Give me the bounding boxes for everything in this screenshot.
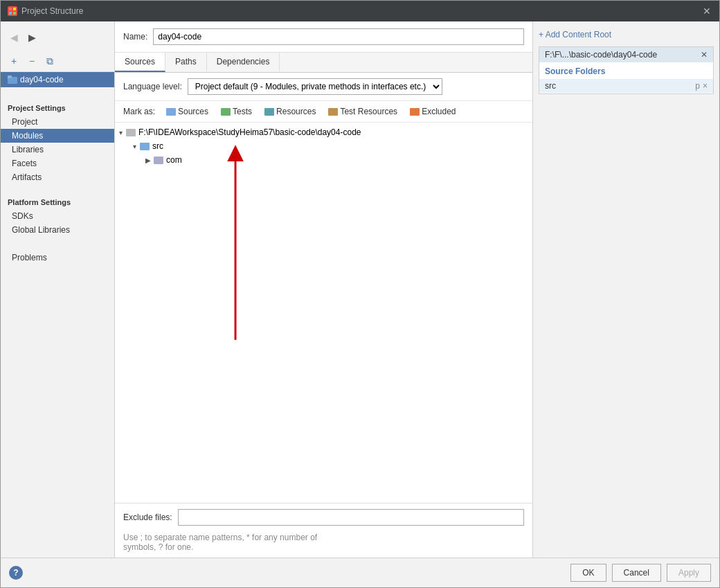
tree-src-name: src xyxy=(152,141,163,151)
sidebar: ◀ ▶ + − ⧉ day04-code Project Settings Pr… xyxy=(1,21,115,558)
exclude-input[interactable] xyxy=(178,509,524,526)
mark-test-resources-button[interactable]: Test Resources xyxy=(324,105,402,118)
name-input[interactable] xyxy=(153,28,524,45)
copy-module-button[interactable]: ⧉ xyxy=(42,53,57,69)
svg-rect-2 xyxy=(9,12,12,15)
platform-settings-label: Platform Settings xyxy=(1,193,114,209)
mark-resources-button[interactable]: Resources xyxy=(260,105,320,118)
module-item[interactable]: day04-code xyxy=(1,72,114,87)
title-bar-left: Project Structure xyxy=(8,6,83,16)
tree-src-expand[interactable]: ▾ xyxy=(129,141,140,152)
sidebar-item-libraries[interactable]: Libraries xyxy=(1,143,114,157)
tree-com-name: com xyxy=(166,155,182,165)
help-button[interactable]: ? xyxy=(9,566,23,580)
cancel-button[interactable]: Cancel xyxy=(612,564,661,582)
source-folder-name: src xyxy=(545,81,556,91)
tree-root-path: F:\F\IDEAWorkspace\StudyHeima57\basic-co… xyxy=(138,127,361,137)
close-button[interactable]: ✕ xyxy=(701,6,712,17)
tree-container: ▾ F:\F\IDEAWorkspace\StudyHeima57\basic-… xyxy=(115,123,532,503)
svg-rect-1 xyxy=(13,8,16,10)
remove-module-button[interactable]: − xyxy=(24,53,39,69)
excluded-folder-icon xyxy=(410,108,420,116)
source-folder-item: src p × xyxy=(539,79,713,93)
content-root-close-button[interactable]: ✕ xyxy=(701,50,708,60)
sidebar-item-facets[interactable]: Facets xyxy=(1,157,114,170)
module-name: day04-code xyxy=(20,75,64,84)
tree-root-item[interactable]: ▾ F:\F\IDEAWorkspace\StudyHeima57\basic-… xyxy=(115,125,532,139)
tab-dependencies[interactable]: Dependencies xyxy=(207,53,280,72)
language-row: Language level: Project default (9 - Mod… xyxy=(115,73,532,101)
svg-rect-0 xyxy=(9,8,12,10)
exclude-row: Exclude files: xyxy=(115,503,532,531)
mark-as-row: Mark as: Sources Tests Resources Test Re… xyxy=(115,101,532,123)
mark-tests-button[interactable]: Tests xyxy=(217,105,256,118)
nav-buttons: ◀ ▶ xyxy=(1,27,114,51)
tabs-row: Sources Paths Dependencies xyxy=(115,53,532,73)
tree-root-expand[interactable]: ▾ xyxy=(115,127,126,138)
add-content-root-button[interactable]: + Add Content Root xyxy=(539,27,714,42)
mark-excluded-button[interactable]: Excluded xyxy=(406,105,460,118)
root-folder-icon xyxy=(126,129,136,136)
annotation-arrow xyxy=(115,123,532,503)
sources-folder-icon xyxy=(166,108,176,116)
title-bar: Project Structure ✕ xyxy=(1,1,719,21)
forward-button[interactable]: ▶ xyxy=(24,30,39,45)
back-button[interactable]: ◀ xyxy=(6,30,21,45)
tests-folder-icon xyxy=(221,108,231,116)
app-icon xyxy=(8,6,17,16)
content-root-box: F:\F\...\basic-code\day04-code ✕ Source … xyxy=(539,46,714,94)
tree-src-item[interactable]: ▾ src xyxy=(115,139,532,153)
right-panel: + Add Content Root F:\F\...\basic-code\d… xyxy=(532,21,719,558)
source-folder-remove-action[interactable]: × xyxy=(703,81,708,91)
add-module-button[interactable]: + xyxy=(6,53,21,69)
tree-com-item[interactable]: ▶ com xyxy=(115,153,532,167)
sidebar-item-project[interactable]: Project xyxy=(1,115,114,129)
mark-as-label: Mark as: xyxy=(123,107,155,116)
name-row: Name: xyxy=(115,21,532,53)
sidebar-item-problems[interactable]: Problems xyxy=(1,251,114,265)
bottom-bar: ? OK Cancel Apply xyxy=(1,558,719,587)
exclude-label: Exclude files: xyxy=(123,513,172,522)
com-folder-icon xyxy=(154,157,163,164)
ok-button[interactable]: OK xyxy=(570,564,606,582)
tab-sources[interactable]: Sources xyxy=(115,53,165,72)
svg-rect-5 xyxy=(8,75,12,78)
sidebar-item-sdks[interactable]: SDKs xyxy=(1,209,114,223)
module-toolbar: + − ⧉ xyxy=(1,51,114,72)
window-title: Project Structure xyxy=(21,6,83,16)
source-folders-label: Source Folders xyxy=(539,62,713,79)
svg-rect-3 xyxy=(13,12,16,15)
content-root-header: F:\F\...\basic-code\day04-code ✕ xyxy=(539,47,713,62)
language-label: Language level: xyxy=(123,82,182,91)
main-content: ◀ ▶ + − ⧉ day04-code Project Settings Pr… xyxy=(1,21,719,558)
tab-paths[interactable]: Paths xyxy=(165,53,207,72)
mark-sources-button[interactable]: Sources xyxy=(162,105,213,118)
exclude-hint: Use ; to separate name patterns, * for a… xyxy=(115,531,532,558)
test-resources-folder-icon xyxy=(328,108,338,116)
sidebar-item-artifacts[interactable]: Artifacts xyxy=(1,170,114,184)
apply-button[interactable]: Apply xyxy=(667,564,711,582)
sidebar-item-global-libraries[interactable]: Global Libraries xyxy=(1,223,114,237)
source-folder-actions: p × xyxy=(695,81,708,91)
src-folder-icon xyxy=(140,143,150,150)
sidebar-item-modules[interactable]: Modules xyxy=(1,129,114,143)
project-settings-label: Project Settings xyxy=(1,98,114,115)
source-folder-p-action[interactable]: p xyxy=(695,81,700,91)
tree-com-expand[interactable]: ▶ xyxy=(143,154,154,166)
resources-folder-icon xyxy=(264,108,274,116)
center-panel: Name: Sources Paths Dependencies Languag… xyxy=(115,21,532,558)
name-label: Name: xyxy=(123,32,147,42)
project-structure-dialog: Project Structure ✕ ◀ ▶ + − ⧉ day04-code… xyxy=(0,0,720,588)
content-root-path: F:\F\...\basic-code\day04-code xyxy=(545,50,657,60)
language-select[interactable]: Project default (9 - Modules, private me… xyxy=(188,78,442,95)
